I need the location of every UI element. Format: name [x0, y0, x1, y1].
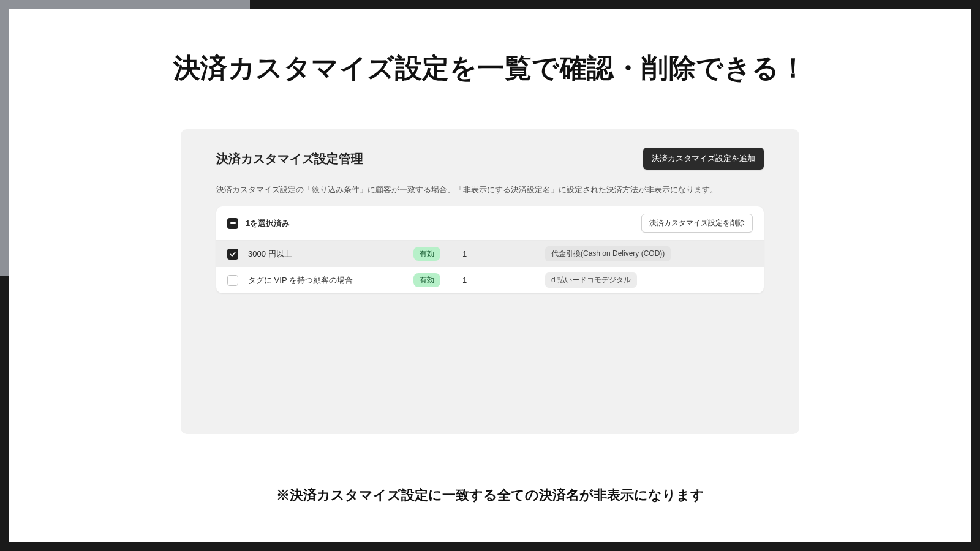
- check-icon: [229, 250, 236, 258]
- selection-header-row: 1を選択済み 決済カスタマイズ設定を削除: [216, 206, 764, 241]
- delete-setting-button[interactable]: 決済カスタマイズ設定を削除: [641, 214, 753, 233]
- row-checkbox-checked[interactable]: [227, 249, 238, 260]
- panel-description: 決済カスタマイズ設定の「絞り込み条件」に顧客が一致する場合、「非表示にする決済設…: [216, 184, 764, 195]
- select-all-checkbox-indeterminate[interactable]: [227, 218, 238, 229]
- row-checkbox-empty[interactable]: [227, 275, 238, 286]
- footer-note: ※決済カスタマイズ設定に一致する全ての決済名が非表示になります: [9, 486, 971, 504]
- row-count: 1: [462, 249, 545, 258]
- status-badge: 有効: [413, 273, 440, 287]
- page-title: 決済カスタマイズ設定を一覧で確認・削除できる！: [173, 50, 807, 86]
- status-badge: 有効: [413, 247, 440, 261]
- selection-left-group: 1を選択済み: [227, 218, 290, 229]
- payment-tag: d 払いードコモデジタル: [545, 272, 637, 288]
- selection-count-text: 1を選択済み: [246, 218, 290, 229]
- settings-panel: 決済カスタマイズ設定管理 決済カスタマイズ設定を追加 決済カスタマイズ設定の「絞…: [181, 129, 799, 434]
- panel-header: 決済カスタマイズ設定管理 決済カスタマイズ設定を追加: [216, 148, 764, 170]
- payment-tag: 代金引換(Cash on Delivery (COD)): [545, 246, 671, 261]
- main-card: 決済カスタマイズ設定を一覧で確認・削除できる！ 決済カスタマイズ設定管理 決済カ…: [9, 9, 971, 542]
- add-setting-button[interactable]: 決済カスタマイズ設定を追加: [643, 148, 764, 170]
- row-count: 1: [462, 276, 545, 285]
- row-name: 3000 円以上: [248, 249, 413, 260]
- table-row[interactable]: タグに VIP を持つ顧客の場合 有効 1 d 払いードコモデジタル: [216, 267, 764, 293]
- row-name: タグに VIP を持つ顧客の場合: [248, 275, 413, 286]
- table-row[interactable]: 3000 円以上 有効 1 代金引換(Cash on Delivery (COD…: [216, 241, 764, 267]
- settings-table: 1を選択済み 決済カスタマイズ設定を削除 3000 円以上 有効 1 代金引換(…: [216, 206, 764, 293]
- panel-title: 決済カスタマイズ設定管理: [216, 151, 363, 167]
